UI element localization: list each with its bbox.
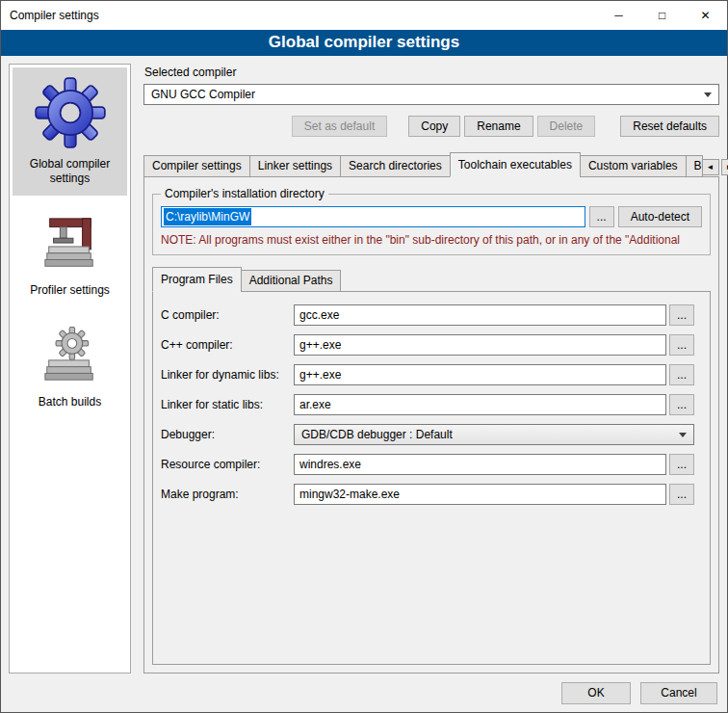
compiler-select[interactable]: GNU GCC Compiler <box>143 84 719 105</box>
sidebar-item-batch-builds[interactable]: Batch builds <box>13 317 127 419</box>
static-linker-label: Linker for static libs: <box>161 398 294 411</box>
close-button[interactable]: ✕ <box>684 1 727 30</box>
c-compiler-input[interactable] <box>294 304 666 326</box>
tab-scroll-left-button[interactable]: ◄ <box>702 159 719 175</box>
tab-scroll-right-button[interactable]: ► <box>721 159 728 175</box>
tab-search-directories[interactable]: Search directories <box>340 155 451 177</box>
delete-button[interactable]: Delete <box>537 116 596 137</box>
tab-scroll-controls: ◄ ► <box>702 159 728 177</box>
dynamic-linker-input[interactable] <box>294 364 666 385</box>
tab-toolchain-executables[interactable]: Toolchain executables <box>450 152 581 177</box>
compiler-actions: Set as default Copy Rename Delete Reset … <box>143 116 719 137</box>
tab-program-files[interactable]: Program Files <box>152 267 242 292</box>
debugger-label: Debugger: <box>161 428 294 441</box>
chevron-down-icon <box>679 433 687 437</box>
sidebar-item-profiler-settings[interactable]: Profiler settings <box>13 205 127 307</box>
dynamic-linker-label: Linker for dynamic libs: <box>161 368 294 382</box>
auto-detect-button[interactable]: Auto-detect <box>618 206 702 227</box>
make-program-browse-button[interactable]: ... <box>669 484 694 505</box>
program-files-panel: C compiler: ... C++ compiler: ... Linker… <box>152 291 711 665</box>
static-linker-row: Linker for static libs: ... <box>161 394 694 415</box>
compiler-tabs: Compiler settings Linker settings Search… <box>143 152 719 177</box>
rename-button[interactable]: Rename <box>464 116 533 137</box>
minimize-button[interactable]: ─ <box>597 1 640 30</box>
tab-linker-settings[interactable]: Linker settings <box>249 155 341 177</box>
c-compiler-label: C compiler: <box>161 308 294 322</box>
dialog-footer: OK Cancel <box>1 673 727 712</box>
clamp-press-icon <box>40 215 100 275</box>
dialog-content: Global compiler settings Profiler settin… <box>1 56 727 673</box>
make-program-input[interactable] <box>294 484 666 505</box>
set-as-default-button[interactable]: Set as default <box>292 116 387 137</box>
page-title: Global compiler settings <box>1 30 727 56</box>
tab-compiler-settings[interactable]: Compiler settings <box>143 155 250 177</box>
sidebar-item-label: Batch builds <box>39 395 101 409</box>
installation-directory-group-title: Compiler's installation directory <box>161 187 328 200</box>
cpp-compiler-row: C++ compiler: ... <box>161 334 694 356</box>
installation-directory-value: C:\raylib\MinGW <box>164 208 251 225</box>
tab-build-options[interactable]: Buil <box>686 155 703 177</box>
cpp-compiler-label: C++ compiler: <box>161 338 294 352</box>
resource-compiler-label: Resource compiler: <box>161 458 294 471</box>
compiler-settings-window: Compiler settings ─ □ ✕ Global compiler … <box>0 0 728 713</box>
gear-blue-icon <box>35 77 106 148</box>
gear-gray-icon <box>40 327 100 386</box>
window-controls: ─ □ ✕ <box>597 1 727 30</box>
sidebar-item-global-compiler-settings[interactable]: Global compiler settings <box>13 67 127 196</box>
resource-compiler-input[interactable] <box>294 454 666 475</box>
toolchain-executables-panel: Compiler's installation directory C:\ray… <box>143 176 719 673</box>
debugger-select-value: GDB/CDB debugger : Default <box>301 428 453 441</box>
dynamic-linker-browse-button[interactable]: ... <box>669 364 694 385</box>
static-linker-browse-button[interactable]: ... <box>669 394 694 415</box>
debugger-select[interactable]: GDB/CDB debugger : Default <box>294 424 694 445</box>
compiler-select-value: GNU GCC Compiler <box>151 88 255 101</box>
sidebar-item-label: Global compiler settings <box>15 157 124 186</box>
sidebar-item-label: Profiler settings <box>30 283 110 298</box>
c-compiler-row: C compiler: ... <box>161 304 694 326</box>
maximize-button[interactable]: □ <box>640 1 684 30</box>
cpp-compiler-input[interactable] <box>294 334 666 356</box>
dynamic-linker-row: Linker for dynamic libs: ... <box>161 364 694 385</box>
debugger-row: Debugger: GDB/CDB debugger : Default <box>161 424 694 445</box>
reset-defaults-button[interactable]: Reset defaults <box>620 116 719 137</box>
bin-subdirectory-note: NOTE: All programs must exist either in … <box>161 233 702 247</box>
program-files-tabs: Program Files Additional Paths <box>152 267 711 292</box>
static-linker-input[interactable] <box>294 394 666 415</box>
ok-button[interactable]: OK <box>561 682 631 704</box>
selected-compiler-label: Selected compiler <box>144 66 719 79</box>
cpp-compiler-browse-button[interactable]: ... <box>669 334 694 356</box>
resource-compiler-browse-button[interactable]: ... <box>669 454 694 475</box>
installation-directory-browse-button[interactable]: ... <box>589 206 614 227</box>
settings-category-list: Global compiler settings Profiler settin… <box>9 64 131 673</box>
tab-custom-variables[interactable]: Custom variables <box>580 155 687 177</box>
cancel-button[interactable]: Cancel <box>640 682 717 704</box>
installation-directory-group: Compiler's installation directory C:\ray… <box>152 187 711 255</box>
copy-button[interactable]: Copy <box>408 116 460 137</box>
tab-additional-paths[interactable]: Additional Paths <box>241 270 342 292</box>
c-compiler-browse-button[interactable]: ... <box>669 304 694 326</box>
resource-compiler-row: Resource compiler: ... <box>161 454 694 475</box>
titlebar: Compiler settings ─ □ ✕ <box>1 1 727 30</box>
make-program-label: Make program: <box>161 488 294 501</box>
installation-directory-row: C:\raylib\MinGW ... Auto-detect <box>161 206 702 227</box>
main-panel: Selected compiler GNU GCC Compiler Set a… <box>143 64 719 673</box>
chevron-down-icon <box>704 92 712 97</box>
window-title: Compiler settings <box>1 9 99 22</box>
make-program-row: Make program: ... <box>161 484 694 505</box>
installation-directory-input[interactable]: C:\raylib\MinGW <box>161 206 585 227</box>
